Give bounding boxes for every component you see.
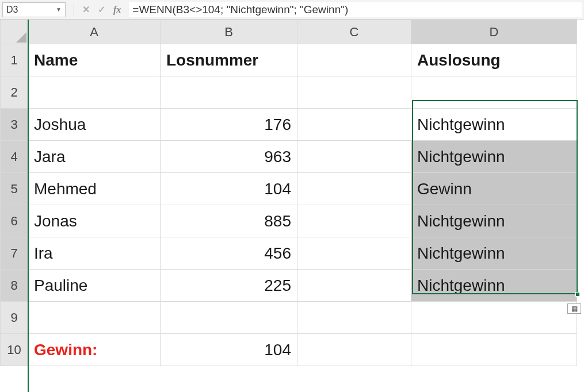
cell-D1[interactable]: Auslosung xyxy=(411,44,577,76)
row-header-7[interactable]: 7 xyxy=(1,237,28,270)
cell-D8[interactable]: Nichtgewinn xyxy=(411,270,577,302)
formula-bar: D3 ▼ ✕ ✓ fx xyxy=(0,0,584,20)
cell-B3[interactable]: 176 xyxy=(161,109,297,141)
col-header-A[interactable]: A xyxy=(28,20,161,44)
cell-C4[interactable] xyxy=(297,141,411,173)
cell-B6[interactable]: 885 xyxy=(161,205,297,237)
row-header-5[interactable]: 5 xyxy=(1,173,28,205)
autofill-options-button[interactable] xyxy=(567,303,581,314)
confirm-icon[interactable]: ✓ xyxy=(98,4,105,15)
cell-D2[interactable] xyxy=(411,76,577,109)
cell-A6[interactable]: Jonas xyxy=(28,205,161,237)
cell-B5[interactable]: 104 xyxy=(161,173,297,205)
cell-C2[interactable] xyxy=(297,76,411,109)
select-all-corner[interactable] xyxy=(1,20,28,44)
cell-C6[interactable] xyxy=(297,205,411,237)
cell-D10[interactable] xyxy=(411,334,577,366)
row-header-4[interactable]: 4 xyxy=(1,141,28,173)
cell-C7[interactable] xyxy=(297,237,411,270)
cell-C9[interactable] xyxy=(297,302,411,334)
cell-D9[interactable] xyxy=(411,302,577,334)
cell-B8[interactable]: 225 xyxy=(161,270,297,302)
col-header-C[interactable]: C xyxy=(297,20,411,44)
cell-D6[interactable]: Nichtgewinn xyxy=(411,205,577,237)
cell-D4[interactable]: Nichtgewinn xyxy=(411,141,577,173)
cell-A3[interactable]: Joshua xyxy=(28,109,161,141)
cell-B1[interactable]: Losnummer xyxy=(161,44,297,76)
cell-B7[interactable]: 456 xyxy=(161,237,297,270)
cell-B9[interactable] xyxy=(161,302,297,334)
row-header-2[interactable]: 2 xyxy=(1,76,28,109)
cell-A5[interactable]: Mehmed xyxy=(28,173,161,205)
formula-bar-icons: ✕ ✓ fx xyxy=(70,3,124,16)
cell-C10[interactable] xyxy=(297,334,411,366)
cell-B4[interactable]: 963 xyxy=(161,141,297,173)
row-header-6[interactable]: 6 xyxy=(1,205,28,237)
fx-icon[interactable]: fx xyxy=(113,5,121,15)
cell-A1[interactable]: Name xyxy=(28,44,161,76)
row-header-1[interactable]: 1 xyxy=(1,44,28,76)
cell-C8[interactable] xyxy=(297,270,411,302)
name-box-dropdown-icon[interactable]: ▼ xyxy=(56,6,62,13)
cell-A9[interactable] xyxy=(28,302,161,334)
name-box[interactable]: D3 ▼ xyxy=(2,2,66,17)
cell-A4[interactable]: Jara xyxy=(28,141,161,173)
cell-D5[interactable]: Gewinn xyxy=(411,173,577,205)
cell-C1[interactable] xyxy=(297,44,411,76)
cell-A8[interactable]: Pauline xyxy=(28,270,161,302)
cell-B2[interactable] xyxy=(161,76,297,109)
svg-marker-0 xyxy=(16,32,26,43)
cancel-icon[interactable]: ✕ xyxy=(82,4,90,15)
formula-input[interactable] xyxy=(129,2,582,17)
spreadsheet-grid: A B C D 1 Name Losnummer Auslosung 2 3 J… xyxy=(0,20,584,366)
col-header-B[interactable]: B xyxy=(161,20,297,44)
row-header-10[interactable]: 10 xyxy=(1,334,28,366)
name-box-value: D3 xyxy=(6,5,18,15)
cell-A7[interactable]: Ira xyxy=(28,237,161,270)
cell-D3[interactable]: Nichtgewinn xyxy=(411,109,577,141)
cell-D7[interactable]: Nichtgewinn xyxy=(411,237,577,270)
row-header-9[interactable]: 9 xyxy=(1,302,28,334)
cell-A2[interactable] xyxy=(28,76,161,109)
cell-C3[interactable] xyxy=(297,109,411,141)
row-header-8[interactable]: 8 xyxy=(1,270,28,302)
row-header-3[interactable]: 3 xyxy=(1,109,28,141)
cell-A10[interactable]: Gewinn: xyxy=(28,334,161,366)
cell-C5[interactable] xyxy=(297,173,411,205)
cell-B10[interactable]: 104 xyxy=(161,334,297,366)
col-header-D[interactable]: D xyxy=(411,20,577,44)
